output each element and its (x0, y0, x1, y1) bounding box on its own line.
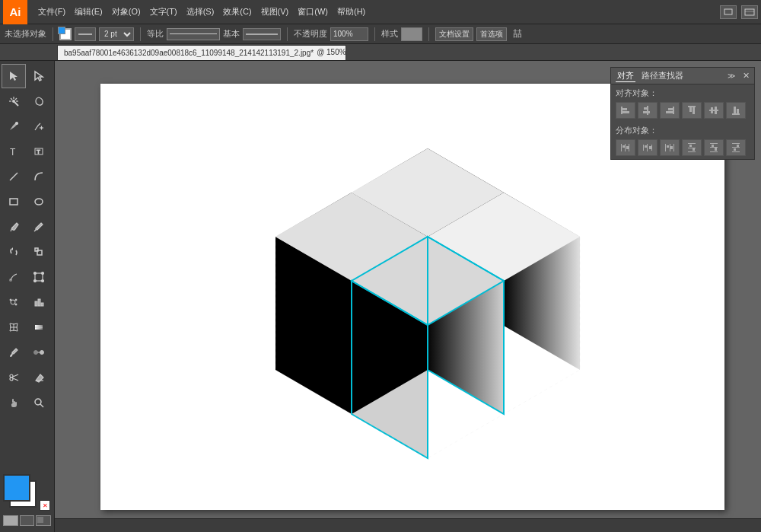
blend-tool[interactable] (27, 340, 51, 365)
align-left-btn[interactable] (616, 102, 635, 119)
menu-file[interactable]: 文件(F) (33, 5, 70, 19)
selection-tool[interactable] (2, 64, 26, 88)
zoom-tool[interactable] (27, 390, 51, 415)
svg-point-45 (10, 377, 13, 381)
stroke-color-swatch[interactable] (59, 28, 72, 40)
view-options-icon[interactable] (741, 5, 758, 19)
isolation-mode-btn[interactable] (36, 515, 51, 526)
menu-help[interactable]: 帮助(H) (333, 5, 370, 19)
svg-line-50 (40, 404, 43, 407)
svg-point-41 (34, 351, 38, 355)
hand-tool[interactable] (2, 390, 26, 415)
preferences-btn[interactable]: 首选项 (476, 27, 507, 41)
svg-point-31 (10, 299, 11, 301)
line-tool[interactable] (2, 164, 26, 189)
svg-rect-88 (693, 148, 695, 151)
opacity-input[interactable] (330, 27, 368, 41)
svg-rect-85 (688, 148, 696, 148)
distribute-right-btn[interactable] (660, 139, 680, 156)
svg-rect-55 (644, 107, 648, 110)
align-objects-label: 对齐对象： (611, 84, 754, 100)
svg-point-42 (40, 351, 44, 355)
menu-view[interactable]: 视图(V) (256, 5, 294, 19)
distribute-left-btn[interactable] (616, 139, 635, 156)
more-btn[interactable]: 喆 (510, 27, 525, 41)
distribute-top-btn[interactable] (682, 139, 702, 156)
ellipse-tool[interactable] (27, 190, 51, 214)
lasso-tool[interactable] (27, 89, 51, 113)
svg-rect-57 (673, 107, 674, 114)
tool-row-1 (2, 64, 53, 88)
pencil-tool[interactable] (27, 215, 51, 239)
normal-mode-btn[interactable] (3, 515, 18, 526)
menu-window[interactable]: 窗口(W) (293, 5, 333, 19)
panel-close-btn[interactable]: ✕ (743, 71, 750, 81)
no-selection-label: 未选择对象 (5, 28, 46, 40)
eyedropper-tool[interactable] (2, 340, 26, 365)
status-bar (55, 518, 761, 532)
menu-object[interactable]: 对象(O) (107, 5, 145, 19)
behind-mode-btn[interactable] (20, 515, 35, 526)
svg-rect-90 (710, 143, 718, 144)
type-tool[interactable]: T (2, 139, 26, 164)
align-center-v-btn[interactable] (704, 102, 724, 119)
scissors-tool[interactable] (2, 365, 26, 390)
area-type-tool[interactable]: T (27, 139, 51, 164)
arc-tool[interactable] (27, 164, 51, 189)
foreground-color-swatch[interactable] (3, 474, 30, 502)
symbol-spray-tool[interactable] (2, 290, 26, 314)
panel-expand-btn[interactable]: ≫ (728, 72, 735, 80)
menu-select[interactable]: 选择(S) (182, 5, 219, 19)
align-right-btn[interactable] (660, 102, 680, 119)
menu-edit[interactable]: 编辑(E) (70, 5, 107, 19)
stroke-line-preview (167, 28, 220, 40)
svg-rect-18 (10, 199, 18, 205)
svg-rect-86 (688, 151, 696, 152)
distribute-center-h-btn[interactable] (638, 139, 658, 156)
align-bottom-btn[interactable] (726, 102, 746, 119)
style-preview[interactable] (401, 27, 422, 41)
distribute-buttons-row (611, 138, 754, 159)
svg-rect-82 (667, 145, 669, 148)
free-transform-tool[interactable] (27, 265, 51, 289)
rotate-tool[interactable] (2, 240, 26, 264)
stroke-style-btn[interactable] (75, 27, 96, 41)
align-top-btn[interactable] (682, 102, 702, 119)
magic-wand-tool[interactable] (2, 89, 26, 113)
menu-type[interactable]: 文字(T) (145, 5, 182, 19)
pathfinder-tab[interactable]: 路径查找器 (640, 70, 685, 81)
base-label: 基本 (223, 28, 240, 40)
svg-rect-93 (715, 148, 717, 151)
tool-row-14 (2, 390, 53, 415)
distribute-bottom-btn[interactable] (726, 139, 746, 156)
scale-tool[interactable] (27, 240, 51, 264)
align-center-h-btn[interactable] (638, 102, 658, 119)
stroke-width-select[interactable]: 粗细 2 pt 1 pt 4 pt (99, 27, 134, 41)
tool-row-5 (2, 164, 53, 189)
eraser-tool[interactable] (27, 365, 51, 390)
align-tab[interactable]: 对齐 (616, 70, 635, 82)
pen-tool[interactable] (2, 114, 26, 139)
svg-rect-70 (625, 144, 626, 151)
document-tab[interactable]: ba95aaf78001e4636132d09ae00818c6_1109914… (57, 45, 346, 60)
column-graph-tool[interactable] (27, 290, 51, 314)
svg-point-26 (34, 272, 37, 275)
tool-row-13 (2, 365, 53, 390)
gradient-tool[interactable] (27, 315, 51, 339)
rectangle-tool[interactable] (2, 190, 26, 214)
menu-bar: Ai 文件(F) 编辑(E) 对象(O) 文字(T) 选择(S) 效果(C) 视… (0, 0, 761, 24)
distribute-center-v-btn[interactable] (704, 139, 724, 156)
add-anchor-tool[interactable] (27, 114, 51, 139)
svg-rect-77 (643, 145, 644, 151)
menu-effect[interactable]: 效果(C) (218, 5, 256, 19)
svg-rect-78 (651, 145, 652, 151)
paintbrush-tool[interactable] (2, 215, 26, 239)
distribute-objects-label: 分布对象： (611, 122, 754, 138)
canvas-area: 对齐 路径查找器 ≫ ✕ 对齐对象： (55, 61, 761, 532)
direct-selection-tool[interactable] (27, 64, 51, 88)
doc-settings-btn[interactable]: 文档设置 (435, 27, 473, 41)
svg-rect-51 (621, 107, 622, 114)
warp-tool[interactable] (2, 265, 26, 289)
screen-mode-icon[interactable] (720, 5, 737, 19)
mesh-tool[interactable] (2, 315, 26, 339)
